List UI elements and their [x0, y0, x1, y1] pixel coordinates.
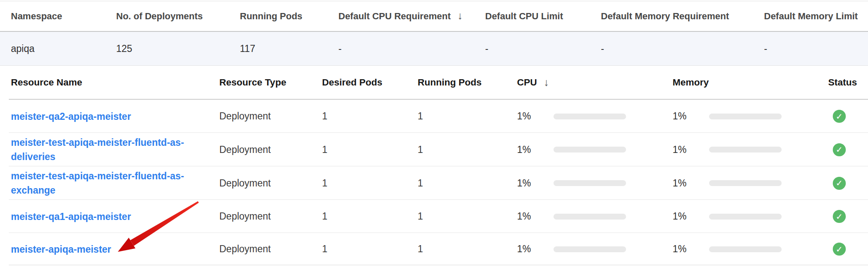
sort-descending-icon: ↓ — [457, 10, 463, 22]
table-row: meister-qa2-apiqa-meister Deployment 1 1… — [0, 100, 868, 133]
running-pods-value: 1 — [418, 100, 423, 133]
desired-pods-value: 1 — [322, 166, 327, 200]
header-default-memory-requirement[interactable]: Default Memory Requirement — [601, 1, 729, 31]
resource-link-annotated[interactable]: meister-apiqa-meister — [11, 244, 111, 255]
namespace-row-apiqa[interactable]: apiqa 125 117 - - - - — [0, 32, 868, 66]
resource-link[interactable]: meister-qa1-apiqa-meister — [11, 211, 131, 222]
resource-link[interactable]: meister-test-apiqa-meister-fluentd-as-de… — [11, 137, 184, 162]
cpu-percent: 1% — [517, 178, 554, 189]
cpu-percent: 1% — [517, 111, 554, 122]
resource-table-header: Resource Name Resource Type Desired Pods… — [0, 66, 868, 99]
memory-usage-bar — [709, 214, 782, 220]
table-row: meister-test-apiqa-meister-fluentd-as-ex… — [0, 166, 868, 200]
running-pods-value: 1 — [418, 166, 423, 200]
header-namespace[interactable]: Namespace — [11, 1, 62, 31]
namespace-name: apiqa — [11, 32, 34, 65]
header-status[interactable]: Status — [828, 66, 857, 99]
resource-link[interactable]: meister-test-apiqa-meister-fluentd-as-ex… — [11, 171, 184, 196]
header-default-cpu-requirement[interactable]: Default CPU Requirement ↓ — [338, 1, 463, 31]
namespace-running-pods-count: 117 — [240, 32, 255, 65]
table-row: meister-test-apiqa-meister-fluentd-as-de… — [0, 133, 868, 166]
header-desired-pods[interactable]: Desired Pods — [322, 66, 382, 99]
desired-pods-value: 1 — [322, 200, 327, 233]
status-healthy-icon: ✓ — [833, 143, 846, 156]
running-pods-value: 1 — [418, 133, 423, 166]
resource-type: Deployment — [219, 100, 271, 133]
header-desired-pods-label: Desired Pods — [322, 77, 382, 88]
memory-percent: 1% — [673, 111, 709, 122]
header-running-pods-2[interactable]: Running Pods — [418, 66, 481, 99]
status-healthy-icon: ✓ — [833, 110, 846, 123]
cpu-usage-bar — [554, 180, 626, 186]
cpu-usage-bar — [554, 214, 626, 220]
header-resource-name[interactable]: Resource Name — [11, 66, 82, 99]
table-row: meister-qa1-apiqa-meister Deployment 1 1… — [0, 200, 868, 233]
header-running-pods[interactable]: Running Pods — [240, 1, 302, 31]
memory-percent: 1% — [673, 178, 709, 189]
status-healthy-icon: ✓ — [833, 243, 846, 256]
table-bottom-border — [9, 265, 868, 265]
sort-descending-icon: ↓ — [544, 76, 549, 88]
resource-table-body: meister-qa2-apiqa-meister Deployment 1 1… — [0, 100, 868, 265]
running-pods-value: 1 — [418, 200, 423, 233]
header-deployments[interactable]: No. of Deployments — [116, 1, 203, 31]
header-default-memory-limit[interactable]: Default Memory Limit — [764, 1, 858, 31]
status-healthy-icon: ✓ — [833, 177, 846, 190]
desired-pods-value: 1 — [322, 100, 327, 133]
header-resource-name-label: Resource Name — [11, 77, 82, 88]
header-resource-type-label: Resource Type — [219, 77, 286, 88]
namespace-memory-requirement-value: - — [601, 32, 604, 65]
desired-pods-value: 1 — [322, 133, 327, 166]
namespace-cpu-requirement-value: - — [338, 32, 342, 65]
cpu-percent: 1% — [517, 211, 554, 222]
resource-type: Deployment — [219, 200, 271, 233]
resource-type: Deployment — [219, 133, 271, 166]
header-resource-type[interactable]: Resource Type — [219, 66, 286, 99]
resource-link[interactable]: meister-qa2-apiqa-meister — [11, 111, 131, 122]
header-running-pods-2-label: Running Pods — [418, 77, 481, 88]
header-running-pods-label: Running Pods — [240, 11, 302, 22]
header-memory[interactable]: Memory — [673, 66, 709, 99]
memory-usage-bar — [709, 246, 782, 252]
namespace-table-header: Namespace No. of Deployments Running Pod… — [0, 1, 868, 32]
memory-percent: 1% — [673, 144, 709, 155]
cpu-usage-bar — [554, 114, 626, 119]
resource-type: Deployment — [219, 233, 271, 265]
desired-pods-value: 1 — [322, 233, 327, 265]
cpu-percent: 1% — [517, 243, 554, 255]
header-default-cpu-limit-label: Default CPU Limit — [485, 11, 563, 22]
memory-usage-bar — [709, 114, 782, 119]
cpu-usage-bar — [554, 147, 626, 153]
memory-percent: 1% — [673, 211, 709, 222]
namespace-cpu-limit-value: - — [485, 32, 489, 65]
cpu-usage-bar — [554, 246, 626, 252]
header-deployments-label: No. of Deployments — [116, 11, 203, 22]
namespace-deployments-count: 125 — [116, 32, 132, 65]
header-status-label: Status — [828, 77, 857, 88]
namespace-detail-page: Namespace No. of Deployments Running Pod… — [0, 0, 868, 269]
header-default-memory-requirement-label: Default Memory Requirement — [601, 11, 729, 22]
memory-percent: 1% — [673, 243, 709, 255]
header-cpu[interactable]: CPU ↓ — [517, 66, 549, 99]
header-default-cpu-requirement-label: Default CPU Requirement — [338, 11, 451, 22]
header-namespace-label: Namespace — [11, 11, 62, 22]
memory-usage-bar — [709, 180, 782, 186]
cpu-percent: 1% — [517, 144, 554, 155]
header-default-cpu-limit[interactable]: Default CPU Limit — [485, 1, 563, 31]
header-cpu-label: CPU — [517, 77, 537, 88]
resource-type: Deployment — [219, 166, 271, 200]
table-row: meister-apiqa-meister Deployment 1 1 1% … — [0, 233, 868, 265]
header-default-memory-limit-label: Default Memory Limit — [764, 11, 858, 22]
namespace-memory-limit-value: - — [764, 32, 767, 65]
header-memory-label: Memory — [673, 77, 709, 88]
status-healthy-icon: ✓ — [833, 210, 846, 223]
memory-usage-bar — [709, 147, 782, 153]
running-pods-value: 1 — [418, 233, 423, 265]
